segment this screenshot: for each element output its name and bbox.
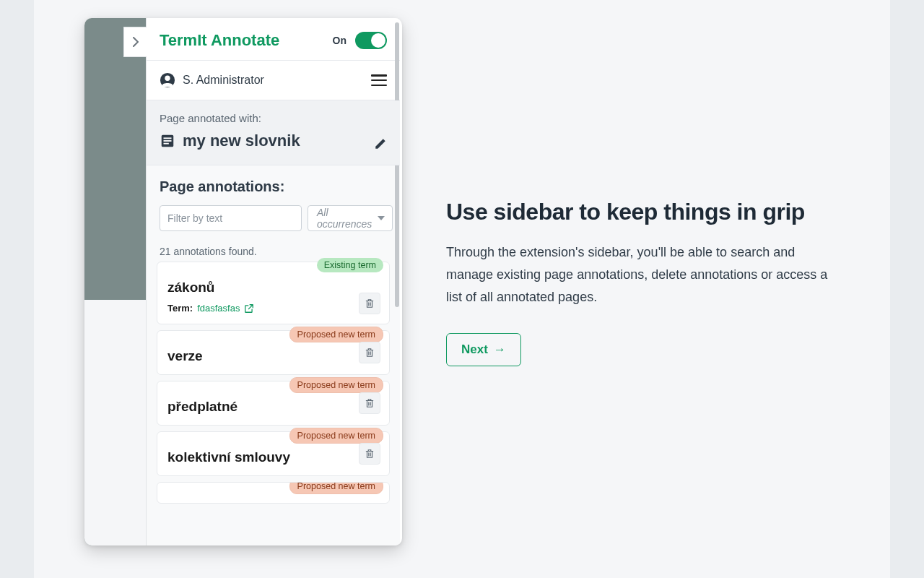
next-button-label: Next [461, 342, 488, 357]
annotations-header: Page annotations: All occurrences [147, 165, 400, 240]
vocabulary-name: my new slovnik [183, 131, 300, 150]
toggle-label: On [333, 35, 346, 46]
svg-point-1 [165, 76, 170, 81]
status-badge: Proposed new term [289, 428, 383, 444]
filter-text-input[interactable] [160, 205, 302, 231]
status-badge: Existing term [317, 258, 383, 272]
occurrence-select-value: All occurrences [317, 207, 372, 230]
user-name: S. Administrator [183, 74, 264, 87]
annotation-title: kolektivní smlouvy [167, 449, 379, 465]
description-section: Use sidebar to keep things in grip Throu… [446, 199, 836, 366]
user-row: S. Administrator [147, 61, 400, 100]
annotation-title: předplatné [167, 399, 379, 415]
svg-rect-5 [164, 143, 169, 144]
term-label: Term: [167, 303, 193, 314]
vocabulary-label: Page annotated with: [160, 112, 387, 124]
annotations-title: Page annotations: [160, 178, 387, 195]
annotate-toggle[interactable] [355, 32, 387, 49]
annotation-card[interactable]: Proposed new term kolektivní smlouvy [157, 431, 390, 476]
delete-button[interactable] [359, 392, 380, 414]
scrollbar[interactable] [394, 18, 400, 545]
edit-icon[interactable] [374, 137, 387, 150]
trash-icon [365, 397, 375, 409]
chevron-right-icon [132, 37, 139, 47]
term-value[interactable]: fdasfasfas [197, 303, 240, 314]
annotation-list: Existing term zákonů Term: fdasfasfas Pr… [147, 262, 400, 504]
annotation-card[interactable]: Proposed new term [157, 482, 390, 504]
annotation-card[interactable]: Existing term zákonů Term: fdasfasfas [157, 262, 390, 324]
status-badge: Proposed new term [289, 327, 383, 342]
trash-icon [365, 448, 375, 460]
svg-rect-3 [164, 137, 172, 139]
annotation-card[interactable]: Proposed new term předplatné [157, 381, 390, 426]
annotation-title: zákonů [167, 280, 379, 296]
occurrence-select[interactable]: All occurrences [308, 205, 393, 231]
arrow-right-icon: → [494, 342, 506, 357]
delete-button[interactable] [359, 443, 380, 465]
collapse-toggle[interactable] [123, 27, 147, 57]
delete-button[interactable] [359, 293, 380, 314]
page-behind-strip [84, 18, 146, 545]
delete-button[interactable] [359, 342, 380, 363]
app-title: TermIt Annotate [160, 31, 279, 50]
status-badge: Proposed new term [289, 377, 383, 393]
trash-icon [365, 347, 375, 358]
section-heading: Use sidebar to keep things in grip [446, 199, 836, 225]
external-link-icon[interactable] [244, 303, 254, 314]
vocabulary-section: Page annotated with: my new slovnik [147, 100, 400, 165]
next-button[interactable]: Next → [446, 333, 521, 366]
extension-screenshot: TermIt Annotate On S. Administrator Page… [84, 18, 402, 545]
user-icon [160, 72, 175, 88]
svg-rect-4 [164, 140, 172, 142]
section-body: Through the extension's sidebar, you'll … [446, 241, 836, 309]
annotation-title: verze [167, 348, 379, 364]
sidebar-header: TermIt Annotate On [147, 18, 400, 61]
menu-button[interactable] [371, 74, 387, 86]
annotation-card[interactable]: Proposed new term verze [157, 330, 390, 375]
status-badge: Proposed new term [289, 482, 383, 494]
annotation-term-row: Term: fdasfasfas [167, 303, 379, 314]
trash-icon [365, 298, 375, 309]
book-icon [160, 133, 175, 149]
extension-sidebar: TermIt Annotate On S. Administrator Page… [146, 18, 400, 545]
